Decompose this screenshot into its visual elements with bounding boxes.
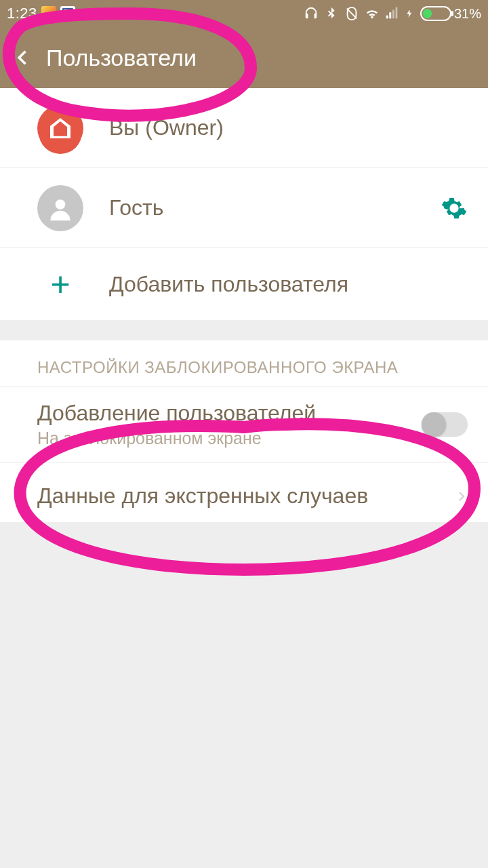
empty-area: [0, 522, 488, 868]
guest-avatar-icon: [37, 185, 83, 231]
add-users-toggle[interactable]: [422, 412, 468, 437]
emergency-info-label: Данные для экстренных случаев: [37, 484, 455, 509]
status-time: 1:23: [7, 5, 37, 22]
emergency-info-row[interactable]: Данные для экстренных случаев: [0, 462, 488, 530]
page-title: Пользователи: [46, 45, 197, 71]
notification-app-icon-1: [41, 6, 56, 21]
status-left: 1:23: [7, 5, 75, 22]
section-gap: [0, 320, 488, 340]
chevron-right-icon: [455, 486, 468, 507]
dnd-icon: [344, 6, 359, 21]
battery-indicator: 31%: [420, 6, 481, 22]
app-header: Пользователи: [0, 27, 488, 88]
back-arrow-icon[interactable]: [14, 48, 33, 67]
add-users-subtitle: На заблокированном экране: [37, 429, 422, 448]
add-user-label: Добавить пользователя: [109, 272, 468, 297]
user-row-guest[interactable]: Гость: [0, 168, 488, 248]
battery-percent: 31%: [454, 6, 481, 22]
owner-label: Вы (Owner): [109, 115, 468, 140]
toggle-knob: [422, 412, 446, 437]
add-user-row[interactable]: + Добавить пользователя: [0, 248, 488, 320]
bluetooth-icon: [324, 6, 339, 21]
charging-icon: [405, 6, 415, 21]
signal-icon: [385, 6, 400, 21]
lockscreen-section-header: НАСТРОЙКИ ЗАБЛОКИРОВАННОГО ЭКРАНА: [0, 340, 488, 387]
headphones-icon: [304, 6, 319, 21]
users-section: Вы (Owner) Гость + Добавить пользователя: [0, 88, 488, 320]
svg-point-0: [56, 199, 66, 210]
battery-fill: [423, 9, 432, 18]
status-bar: 1:23 31%: [0, 0, 488, 27]
guest-label: Гость: [109, 195, 441, 220]
wifi-icon: [365, 6, 380, 21]
notification-app-icon-2: [60, 6, 75, 21]
add-users-title: Добавление пользователей: [37, 401, 422, 426]
gear-icon[interactable]: [441, 195, 468, 222]
status-right: 31%: [304, 6, 481, 22]
add-users-on-lockscreen-row[interactable]: Добавление пользователей На заблокирован…: [0, 387, 488, 462]
user-row-owner[interactable]: Вы (Owner): [0, 88, 488, 168]
owner-avatar-icon: [37, 105, 83, 151]
